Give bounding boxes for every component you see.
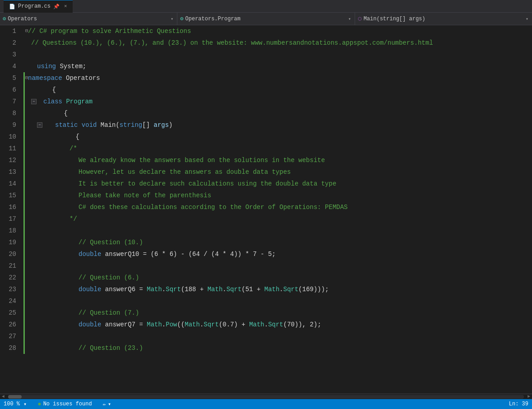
code-area[interactable]: ⊟ // C# program to solve Arithmetic Ques… bbox=[22, 25, 532, 394]
zoom-level[interactable]: 100 % bbox=[4, 401, 20, 407]
green-bar-24 bbox=[23, 295, 25, 307]
comment-16: C# does these calculations according to … bbox=[79, 201, 348, 213]
line-num-16: 16 bbox=[4, 201, 16, 213]
kw-namespace: namespace bbox=[28, 72, 62, 84]
comment-q7: // Question (7.) bbox=[79, 307, 139, 319]
scroll-left[interactable]: ◄ bbox=[0, 394, 6, 399]
line-num-27: 27 bbox=[4, 330, 16, 342]
nav-operators-text: Operators bbox=[8, 16, 37, 22]
nav-section-operators[interactable]: ⚙ Operators ▾ bbox=[0, 13, 177, 25]
line-num-11: 11 bbox=[4, 143, 16, 154]
nav-arrow-1: ▾ bbox=[171, 16, 173, 22]
code-line-8: { bbox=[25, 107, 532, 119]
class-name: Program bbox=[66, 96, 93, 107]
nav-section-main[interactable]: ⬡ Main(string[] args) ▾ bbox=[355, 13, 532, 25]
file-icon: 📄 bbox=[9, 4, 15, 9]
green-bar-23 bbox=[23, 284, 25, 295]
code-line-27 bbox=[25, 330, 532, 342]
status-right: Ln: 39 bbox=[509, 401, 528, 407]
tab-label: Program.cs bbox=[18, 3, 51, 9]
ln-col: Ln: 39 bbox=[509, 401, 528, 407]
green-bar-20 bbox=[23, 248, 25, 260]
math-sqrt-method-4: Sqrt bbox=[204, 319, 219, 330]
green-bar-12 bbox=[23, 154, 25, 166]
code-line-1: ⊟ // C# program to solve Arithmetic Ques… bbox=[25, 25, 532, 37]
status-issues: ● No issues found bbox=[34, 400, 95, 408]
line-num-5: 5 bbox=[4, 72, 16, 84]
green-bar-10 bbox=[23, 131, 25, 143]
tab-close-button[interactable]: × bbox=[64, 4, 67, 9]
comment-q6: // Question (6.) bbox=[79, 272, 139, 284]
nav-bar: ⚙ Operators ▾ ⚙ Operators.Program ▾ ⬡ Ma… bbox=[0, 13, 532, 25]
code-line-20: double answerQ10 = (6 * 6) - (64 / (4 * … bbox=[25, 248, 532, 260]
green-bar-8 bbox=[23, 107, 25, 119]
green-bar-28 bbox=[23, 342, 25, 354]
line-num-3: 3 bbox=[4, 49, 16, 60]
file-tab[interactable]: 📄 Program.cs 📌 × bbox=[4, 0, 73, 13]
code-line-10: { bbox=[25, 131, 532, 143]
nav-section-program[interactable]: ⚙ Operators.Program ▾ bbox=[177, 13, 355, 25]
code-line-3 bbox=[25, 49, 532, 60]
math-sqrt-1: Math bbox=[147, 284, 162, 295]
code-line-23: double answerQ6 = Math . Sqrt (188 + Mat… bbox=[25, 284, 532, 295]
collapse-class[interactable]: − bbox=[31, 99, 37, 104]
line-num-18: 18 bbox=[4, 225, 16, 237]
math-pow-1: Math bbox=[147, 319, 162, 330]
code-line-22: // Question (6.) bbox=[25, 272, 532, 284]
green-bar-27 bbox=[23, 330, 25, 342]
check-icon: ● bbox=[37, 400, 41, 408]
code-line-18 bbox=[25, 225, 532, 237]
tab-pin: 📌 bbox=[53, 4, 60, 9]
comment-12: We already know the answers based on the… bbox=[79, 154, 325, 166]
pencil-dropdown[interactable]: ▾ bbox=[108, 401, 111, 408]
green-bar-6 bbox=[23, 84, 25, 96]
math-pow-method: Pow bbox=[166, 319, 177, 330]
line-num-22: 22 bbox=[4, 272, 16, 284]
scrollbar-thumb[interactable] bbox=[8, 395, 22, 399]
line-num-10: 10 bbox=[4, 131, 16, 143]
line-num-26: 26 bbox=[4, 319, 16, 330]
green-bar-18 bbox=[23, 225, 25, 237]
line-num-28: 28 bbox=[4, 342, 16, 354]
zoom-dropdown[interactable]: ▾ bbox=[23, 401, 27, 408]
line-num-20: 20 bbox=[4, 248, 16, 260]
scrollbar-area[interactable]: ◄ ► bbox=[0, 394, 532, 399]
line-num-13: 13 bbox=[4, 166, 16, 178]
math-sqrt-method-5: Sqrt bbox=[268, 319, 283, 330]
code-line-6: { bbox=[25, 84, 532, 96]
code-line-5: ⊟ namespace Operators bbox=[25, 72, 532, 84]
scroll-right[interactable]: ► bbox=[526, 394, 532, 399]
math-sqrt-method-2: Sqrt bbox=[227, 284, 242, 295]
status-pencil: ✏ ▾ bbox=[103, 401, 111, 408]
line-num-19: 19 bbox=[4, 237, 16, 248]
green-bar-19 bbox=[23, 237, 25, 248]
code-line-7: − class Program bbox=[25, 96, 532, 107]
line-num-23: 23 bbox=[4, 284, 16, 295]
kw-void: void bbox=[82, 119, 97, 131]
issues-text: No issues found bbox=[43, 401, 92, 407]
green-bar-7 bbox=[23, 96, 25, 107]
green-bar-16 bbox=[23, 201, 25, 213]
green-bar-21 bbox=[23, 260, 25, 272]
math-sqrt-2: Math bbox=[208, 284, 223, 295]
green-bar-22 bbox=[23, 272, 25, 284]
green-bar-11 bbox=[23, 143, 25, 154]
green-bar-5 bbox=[23, 72, 25, 84]
comment-14: It is better to declare such calculation… bbox=[79, 178, 336, 190]
nav-arrow-2: ▾ bbox=[348, 16, 351, 22]
collapse-method[interactable]: − bbox=[37, 122, 42, 128]
param-args: args bbox=[154, 119, 169, 131]
comment-13: However, let us declare the answers as d… bbox=[79, 166, 291, 178]
code-line-21 bbox=[25, 260, 532, 272]
status-bar: 100 % ▾ ● No issues found ✏ ▾ Ln: 39 bbox=[0, 399, 532, 409]
scrollbar-track[interactable] bbox=[8, 395, 524, 399]
comment-line2: // Questions (10.), (6.), (7.), and (23.… bbox=[31, 37, 433, 49]
nav-program-text: Operators.Program bbox=[185, 16, 241, 22]
math-sqrt-method-3: Sqrt bbox=[283, 284, 299, 295]
code-line-15: Please take note of the parenthesis bbox=[25, 190, 532, 201]
code-line-14: It is better to declare such calculation… bbox=[25, 178, 532, 190]
program-icon: ⚙ bbox=[180, 15, 183, 22]
line-num-2: 2 bbox=[4, 37, 16, 49]
code-line-2: // Questions (10.), (6.), (7.), and (23.… bbox=[25, 37, 532, 49]
green-bar-14 bbox=[23, 178, 25, 190]
